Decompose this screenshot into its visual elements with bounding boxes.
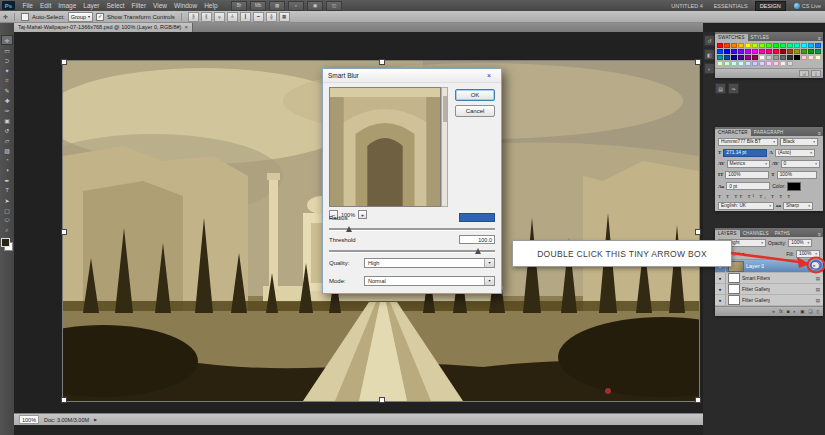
- show-transform-checkbox[interactable]: ✓: [96, 13, 104, 21]
- color-swatch[interactable]: [752, 61, 758, 66]
- color-swatch[interactable]: [787, 49, 793, 54]
- color-swatch[interactable]: [787, 55, 793, 60]
- align-icon[interactable]: ╟: [188, 12, 199, 22]
- color-swatch[interactable]: [773, 43, 779, 48]
- color-swatch[interactable]: [717, 61, 723, 66]
- leading-field[interactable]: (Auto)▾: [775, 149, 815, 157]
- bridge-icon[interactable]: Br: [231, 1, 247, 11]
- workspace-tab-essentials[interactable]: ESSENTIALS: [710, 2, 752, 10]
- menu-item[interactable]: Select: [103, 2, 128, 9]
- radius-field[interactable]: [459, 213, 495, 222]
- slider-handle[interactable]: [346, 226, 352, 232]
- color-swatch[interactable]: [752, 49, 758, 54]
- color-swatch[interactable]: [759, 49, 765, 54]
- color-swatch[interactable]: [766, 61, 772, 66]
- color-swatch[interactable]: [724, 61, 730, 66]
- color-swatch[interactable]: [724, 55, 730, 60]
- workspace-tab-untitled4[interactable]: UNTITLED 4: [667, 2, 706, 10]
- color-swatch[interactable]: [787, 61, 793, 66]
- baseline-field[interactable]: 0 pt: [726, 182, 770, 190]
- brush-tool-icon[interactable]: ✑: [1, 105, 13, 115]
- menu-item[interactable]: File: [19, 2, 36, 9]
- color-swatch[interactable]: [738, 55, 744, 60]
- color-swatch[interactable]: [745, 55, 751, 60]
- font-style-toggles[interactable]: T T TT T¹ T₁ T T T: [718, 194, 792, 199]
- color-swatch[interactable]: [773, 55, 779, 60]
- path-selection-tool-icon[interactable]: ➤: [1, 195, 13, 205]
- align-icon[interactable]: ┃: [240, 12, 251, 22]
- filter-options-icon[interactable]: ▤: [816, 287, 820, 292]
- panel-menu-icon[interactable]: ≡: [816, 35, 823, 41]
- color-swatch[interactable]: [815, 49, 821, 54]
- color-swatch[interactable]: [780, 49, 786, 54]
- delete-layer-icon[interactable]: ▯: [817, 309, 819, 314]
- type-tool-icon[interactable]: T: [1, 185, 13, 195]
- gradient-tool-icon[interactable]: ▨: [1, 145, 13, 155]
- view-extras-icon[interactable]: ▦: [269, 1, 285, 11]
- slider-handle[interactable]: [475, 248, 481, 254]
- smart-filter-toggle-arrow[interactable]: »: [810, 261, 820, 271]
- lasso-tool-icon[interactable]: ⊃: [1, 55, 13, 65]
- color-swatch[interactable]: [717, 49, 723, 54]
- color-swatch[interactable]: [766, 43, 772, 48]
- filter-options-icon[interactable]: ▤: [816, 276, 820, 281]
- color-swatch[interactable]: [766, 49, 772, 54]
- color-swatch[interactable]: [773, 61, 779, 66]
- color-swatch[interactable]: [731, 61, 737, 66]
- tab-paths[interactable]: PATHS: [772, 230, 793, 237]
- history-brush-tool-icon[interactable]: ↺: [1, 125, 13, 135]
- hand-tool-icon[interactable]: ⬭: [1, 215, 13, 225]
- transform-handle[interactable]: [379, 397, 385, 403]
- align-icon[interactable]: ╬: [266, 12, 277, 22]
- color-swatch[interactable]: [759, 55, 765, 60]
- color-swatch[interactable]: [801, 49, 807, 54]
- rectangular-marquee-tool-icon[interactable]: ▭: [1, 45, 13, 55]
- filter-row[interactable]: ● Filter Gallery ▤: [715, 284, 823, 295]
- layer-group-icon[interactable]: ▣: [800, 309, 804, 314]
- vertical-scale-field[interactable]: 100%: [725, 171, 769, 179]
- auto-select-checkbox[interactable]: [21, 13, 29, 21]
- shape-tool-icon[interactable]: ▢: [1, 205, 13, 215]
- color-swatch[interactable]: [787, 43, 793, 48]
- tab-paragraph[interactable]: PARAGRAPH: [751, 129, 787, 136]
- adjustment-layer-icon[interactable]: ◐: [793, 309, 796, 314]
- cs-live-button[interactable]: CS Live: [794, 3, 821, 9]
- align-icon[interactable]: ━: [253, 12, 264, 22]
- color-swatch[interactable]: [794, 43, 800, 48]
- fill-field[interactable]: 100%▾: [796, 250, 820, 258]
- visibility-eye-icon[interactable]: ●: [715, 295, 726, 305]
- mini-bridge-icon[interactable]: Mb: [250, 1, 266, 11]
- font-style-select[interactable]: Black▾: [780, 138, 818, 146]
- scrollbar-thumb[interactable]: [443, 96, 447, 122]
- color-swatch[interactable]: [752, 55, 758, 60]
- threshold-slider[interactable]: [329, 247, 495, 255]
- history-panel-icon[interactable]: ↺: [704, 35, 715, 46]
- brush-panel-icon[interactable]: ✑: [728, 83, 739, 94]
- panel-menu-icon[interactable]: ≡: [816, 130, 823, 136]
- radius-slider[interactable]: [329, 225, 495, 233]
- anti-alias-select[interactable]: Sharp▾: [783, 202, 813, 210]
- clone-stamp-tool-icon[interactable]: ▣: [1, 115, 13, 125]
- color-swatch[interactable]: [780, 43, 786, 48]
- menu-item[interactable]: Filter: [128, 2, 149, 9]
- font-family-select[interactable]: Humnst777 Blk BT▾: [718, 138, 778, 146]
- filter-row[interactable]: ● Smart Filters ▤: [715, 273, 823, 284]
- visibility-eye-icon[interactable]: ●: [715, 273, 726, 283]
- color-swatch[interactable]: [815, 55, 821, 60]
- panel-menu-icon[interactable]: ≡: [816, 231, 823, 237]
- transform-handle[interactable]: [61, 59, 67, 65]
- transform-handle[interactable]: [61, 397, 67, 403]
- tab-character[interactable]: CHARACTER: [715, 129, 751, 136]
- color-swatch[interactable]: [759, 61, 765, 66]
- color-swatch[interactable]: [780, 61, 786, 66]
- color-swatch[interactable]: [738, 43, 744, 48]
- color-swatch[interactable]: [801, 43, 807, 48]
- horizontal-scale-field[interactable]: 100%: [777, 171, 817, 179]
- color-swatch[interactable]: [794, 55, 800, 60]
- language-select[interactable]: English: UK▾: [718, 202, 774, 210]
- zoom-tool-icon[interactable]: ⌕: [1, 225, 13, 235]
- tab-swatches[interactable]: SWATCHES: [715, 34, 748, 41]
- transform-handle[interactable]: [61, 229, 67, 235]
- mode-select[interactable]: Normal ▾: [364, 276, 495, 286]
- align-icon[interactable]: ╧: [227, 12, 238, 22]
